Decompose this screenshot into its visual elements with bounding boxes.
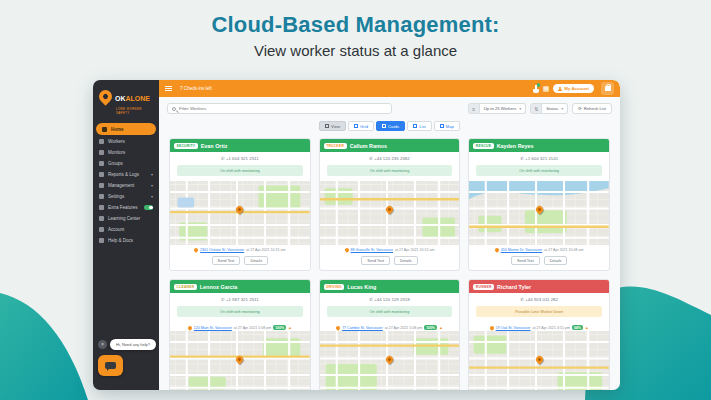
location-link[interactable]: 2301 Ontario St, Vancouver (200, 248, 244, 252)
location-link[interactable]: 88 Granville St, Vancouver (351, 248, 393, 252)
details-button[interactable]: Details (544, 256, 568, 265)
chat-bubble[interactable]: Hi, Need any help? (110, 339, 156, 350)
filter-search[interactable] (167, 103, 392, 114)
groups-icon (99, 161, 104, 166)
location-link[interactable]: 77 Cambie St, Vancouver (342, 326, 383, 330)
learning-icon (99, 216, 104, 221)
worker-card: DRIVINGLucas King✆ +44 120 129 2318On sh… (319, 279, 461, 390)
worker-name: Richard Tyler (497, 284, 531, 290)
worker-name: Lucas King (347, 284, 376, 290)
sidebar-item-workers[interactable]: Workers (93, 136, 159, 147)
sidebar-item-groups[interactable]: Groups (93, 158, 159, 169)
chat-launcher-button[interactable] (98, 355, 123, 376)
logo-tagline: LONE WORKER SAFETY (116, 107, 153, 115)
sidebar-item-label: Management (108, 183, 134, 188)
sidebar-item-reports-logs[interactable]: Reports & Logs▾ (93, 169, 159, 180)
sidebar-item-monitors[interactable]: Monitors (93, 147, 159, 158)
signal-icon: ▲ (288, 325, 292, 330)
view-toggle-view[interactable]: View (319, 121, 346, 131)
send-text-button[interactable]: Send Text (361, 256, 390, 265)
send-text-button[interactable]: Send Text (511, 256, 540, 265)
location-time: at 27 Apr 2021 10:08 am (544, 248, 583, 252)
worker-phone: ✆ +1 604 321 2511 (170, 152, 310, 164)
location-link[interactable]: 19 Oak St, Vancouver (496, 326, 531, 330)
worker-name: Evan Ortiz (201, 143, 228, 149)
sidebar-item-help-docs[interactable]: Help & Docs (93, 235, 159, 246)
filter-bar: ≡ Up to 25 Workers▾ ⇅ Status▾ ⟳ Refresh … (159, 97, 620, 114)
hamburger-menu-icon[interactable] (165, 85, 172, 93)
worker-location: 2301 Ontario St, Vancouverat 27 Apr 2021… (170, 245, 310, 253)
worker-status-pill: On shift with monitoring (177, 306, 303, 317)
view-toggle-map[interactable]: Map (434, 121, 460, 131)
worker-cards-grid: SECURITYEvan Ortiz✆ +1 604 321 2511On sh… (169, 138, 610, 390)
card-actions: Send TextDetails (320, 253, 460, 270)
worker-map[interactable] (469, 331, 609, 390)
details-button[interactable]: Details (244, 256, 268, 265)
worker-map[interactable] (320, 181, 460, 245)
sidebar-item-label: Groups (108, 161, 123, 166)
sidebar-item-home[interactable]: Home (96, 123, 156, 135)
send-text-button[interactable]: Send Text (212, 256, 241, 265)
worker-group-badge: SECURITY (174, 143, 198, 149)
sidebar-item-label: Help & Docs (108, 238, 133, 243)
apps-grid-icon[interactable]: ▦ (543, 85, 550, 92)
view-toggle-cards[interactable]: Cards (376, 121, 405, 131)
extra-features-icon (99, 205, 104, 210)
my-account-button[interactable]: My Account (553, 84, 594, 93)
battery-badge: 64% (572, 325, 583, 330)
worker-group-badge: DRIVING (324, 284, 345, 290)
sidebar-item-management[interactable]: Management▾ (93, 180, 159, 191)
chat-close-icon[interactable]: × (98, 340, 107, 349)
worker-map[interactable] (170, 181, 310, 245)
battery-badge: 100% (424, 325, 437, 330)
monitors-icon (99, 150, 104, 155)
worker-status-pill: Possible Lone Worker Down (476, 306, 602, 317)
sidebar-item-account[interactable]: Account (93, 224, 159, 235)
beta-flask-icon[interactable] (533, 85, 539, 93)
location-link[interactable]: 120 Main St, Vancouver (194, 326, 232, 330)
store-button[interactable] (601, 82, 614, 95)
chat-widget: × Hi, Need any help? (98, 339, 178, 376)
app-logo: OKALONE LONE WORKER SAFETY (93, 80, 159, 120)
signal-icon: ▲ (439, 325, 443, 330)
filter-workers-input[interactable] (179, 106, 387, 111)
worker-card-header: SECURITYEvan Ortiz (170, 139, 310, 152)
worker-location: 120 Main St, Vancouverat 27 Apr 2021 5:0… (170, 322, 310, 331)
view-toggle: ViewGridCardsListMap (159, 121, 620, 131)
sort-select[interactable]: Status▾ (542, 103, 568, 114)
sidebar-item-learning-center[interactable]: Learning Center (93, 213, 159, 224)
location-pin-icon (344, 247, 350, 253)
brand-pin-icon (96, 87, 114, 105)
worker-name: Lennox Garcia (200, 284, 237, 290)
worker-status-pill: On shift with monitoring (476, 165, 602, 176)
view-toggle-list[interactable]: List (407, 121, 432, 131)
worker-group-badge: CLEANER (174, 284, 197, 290)
worker-limit-select[interactable]: Up to 25 Workers▾ (480, 103, 527, 114)
sort-icon-button[interactable]: ⇅ (530, 103, 542, 114)
sidebar-item-label: Monitors (108, 150, 125, 155)
search-icon (172, 107, 176, 111)
worker-card: RUNNERRichard Tyler✆ +44 923 011 282Poss… (468, 279, 610, 390)
topbar-title: 7 Check-ins left (180, 86, 212, 91)
location-time: at 27 Apr 2021 4:51 pm (533, 326, 570, 330)
worker-map[interactable] (469, 181, 609, 245)
signal-icon: ▲ (585, 325, 589, 330)
worker-group-badge: RUNNER (473, 284, 494, 290)
refresh-list-button[interactable]: ⟳ Refresh List (572, 103, 612, 114)
worker-map[interactable] (320, 331, 460, 390)
sidebar-item-settings[interactable]: Settings▾ (93, 191, 159, 202)
worker-map[interactable] (170, 331, 310, 390)
details-button[interactable]: Details (394, 256, 418, 265)
location-pin-icon (335, 325, 341, 331)
help-icon (99, 238, 104, 243)
sidebar-item-label: Home (111, 127, 124, 132)
location-pin-icon (187, 325, 193, 331)
limit-icon-button[interactable]: ≡ (468, 103, 480, 114)
view-toggle-grid[interactable]: Grid (348, 121, 374, 131)
card-actions: Send TextDetails (469, 253, 609, 270)
feature-toggle[interactable] (144, 205, 153, 210)
sidebar-item-label: Settings (108, 194, 124, 199)
settings-icon (99, 194, 104, 199)
location-link[interactable]: 450 Marine Dr, Vancouver (501, 248, 542, 252)
sidebar-item-extra-features[interactable]: Extra Features (93, 202, 159, 213)
